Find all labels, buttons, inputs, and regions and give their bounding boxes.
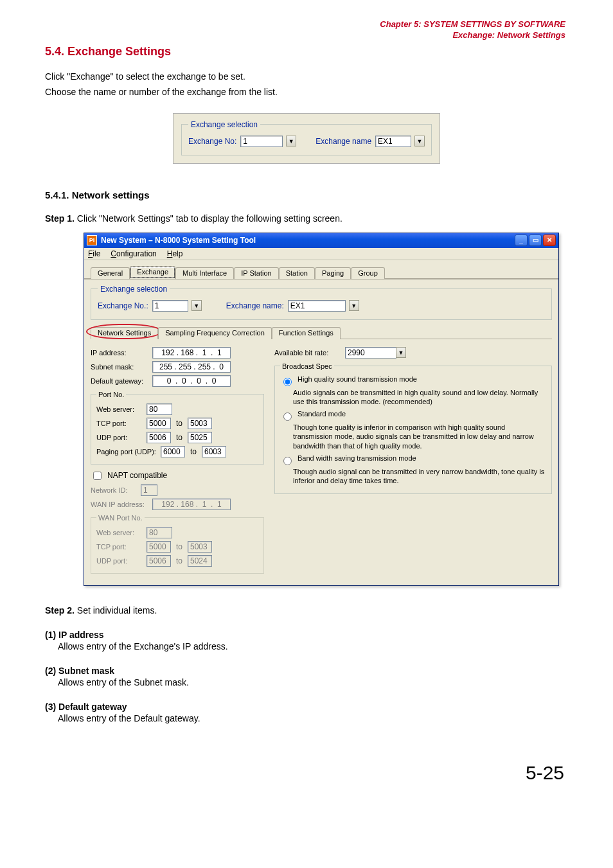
udp-port-from-input[interactable] [147,432,171,443]
app-exchange-selection-legend: Exchange selection [98,285,170,294]
menu-configuration[interactable]: Configuration [111,249,156,258]
network-id-label: Network ID: [91,486,141,494]
available-bitrate-select[interactable] [345,347,396,359]
app-exchange-no-dropdown-icon[interactable]: ▼ [191,300,202,311]
paging-to-label: to [190,447,197,456]
section-5-4-1-heading: 5.4.1. Network settings [45,190,568,200]
app-exchange-no-label: Exchange No.: [98,301,148,310]
subtab-sampling-frequency-correction[interactable]: Sampling Frequency Correction [158,327,272,339]
radio-standard-desc: Though tone quality is inferior in compa… [293,423,546,450]
napt-compatible-label: NAPT compatible [107,471,167,480]
wan-ip-label: WAN IP address: [91,500,152,508]
paging-port-label: Paging port (UDP): [96,448,161,456]
radio-high-quality[interactable] [283,378,292,386]
step-2-label: Step 2. [45,605,75,616]
app-icon: PI [87,235,97,245]
item-2-text: Allows entry of the Subnet mask. [58,677,568,687]
subnet-mask-label: Subnet mask: [91,363,152,371]
subnet-mask-input[interactable] [152,361,231,373]
step-1-label: Step 1. [45,213,75,224]
exchange-selection-figure: Exchange selection Exchange No: ▼ Exchan… [173,113,440,164]
tab-group[interactable]: Group [351,267,385,279]
available-bitrate-dropdown-icon[interactable]: ▼ [396,347,406,358]
wan-web-server-input [147,527,172,538]
minimize-button[interactable]: _ [515,235,528,246]
wan-ip-input [152,499,231,510]
tab-station[interactable]: Station [279,267,315,279]
menu-bar: File Configuration Help [84,248,558,260]
wan-port-no-legend: WAN Port No. [96,514,145,522]
wan-udp-from-input [147,555,171,567]
radio-high-quality-desc: Audio signals can be transmitted in high… [293,388,546,407]
menu-help[interactable]: Help [167,249,183,258]
section-5-4-heading: 5.4. Exchange Settings [45,45,568,58]
tab-general[interactable]: General [91,267,130,279]
radio-bandwidth-saving-desc: Though audio signal can be transmitted i… [293,467,546,486]
exchange-no-dropdown-icon[interactable]: ▼ [286,136,296,146]
item-2-number: (2) [45,666,56,676]
subtab-function-settings[interactable]: Function Settings [272,327,341,339]
tcp-to-label: to [176,419,182,428]
menu-file[interactable]: File [88,249,100,258]
udp-to-label: to [176,433,182,442]
exchange-name-label: Exchange name [315,137,371,146]
tab-multi-interface[interactable]: Multi Interface [175,267,234,279]
tab-paging[interactable]: Paging [315,267,351,279]
exchange-name-dropdown-icon[interactable]: ▼ [414,136,425,146]
window-title: New System – N-8000 System Setting Tool [101,236,256,245]
radio-standard[interactable] [283,412,292,421]
web-server-label: Web server: [96,405,147,413]
tcp-port-label: TCP port: [96,420,147,427]
chapter-subtitle: Exchange: Network Settings [45,30,568,40]
item-3-text: Allows entry of the Default gateway. [58,713,568,723]
wan-tcp-port-label: TCP port: [96,543,147,551]
radio-bandwidth-saving[interactable] [283,457,292,465]
wan-tcp-to-input [188,541,212,553]
wan-udp-to-input [188,555,212,567]
udp-port-label: UDP port: [96,434,147,441]
broadcast-spec-legend: Broadcast Spec [280,362,334,370]
radio-high-quality-label: High quality sound transmission mode [298,375,417,383]
tab-exchange[interactable]: Exchange [130,266,175,279]
udp-port-to-input[interactable] [188,432,212,443]
tcp-port-from-input[interactable] [147,418,171,429]
wan-udp-port-label: UDP port: [96,557,147,565]
available-bitrate-label: Available bit rate: [274,349,345,357]
item-3-number: (3) [45,702,56,712]
default-gateway-label: Default gateway: [91,377,152,385]
ip-address-input[interactable] [152,347,231,359]
paging-port-to-input[interactable] [202,446,226,457]
radio-bandwidth-saving-label: Band width saving transmission mode [298,454,416,462]
app-exchange-name-label: Exchange name: [226,301,284,310]
paging-port-from-input[interactable] [161,446,185,457]
intro-line-2: Choose the name or number of the exchang… [45,85,568,98]
item-1-title: IP address [58,630,104,640]
step-1-text: Click "Network Settings" tab to display … [77,213,342,224]
app-exchange-name-dropdown-icon[interactable]: ▼ [349,300,359,311]
maximize-button[interactable]: ▭ [529,235,542,246]
close-button[interactable]: ✕ [543,235,556,246]
item-1-number: (1) [45,630,56,640]
tab-ip-station[interactable]: IP Station [234,267,279,279]
page-number: 5-25 [45,762,568,784]
exchange-selection-legend: Exchange selection [188,120,260,129]
subtab-network-settings-label: Network Settings [98,329,151,337]
radio-standard-label: Standard mode [298,410,346,418]
wan-tcp-from-input [147,541,171,553]
item-3-title: Default gateway [58,702,127,712]
network-id-input [141,484,157,496]
exchange-name-select[interactable] [375,136,411,147]
intro-line-1: Click "Exchange" to select the exchange … [45,70,568,83]
default-gateway-input[interactable] [152,375,231,387]
tcp-port-to-input[interactable] [188,418,212,429]
napt-compatible-checkbox[interactable] [93,472,102,480]
step-2-text: Set individual items. [77,605,157,616]
web-server-input[interactable] [147,403,172,415]
exchange-no-label: Exchange No: [188,137,236,146]
app-exchange-no-select[interactable] [152,300,188,312]
chapter-title: Chapter 5: SYSTEM SETTINGS BY SOFTWARE [45,19,568,29]
wan-web-server-label: Web server: [96,529,147,536]
exchange-no-select[interactable] [240,136,283,147]
app-exchange-name-select[interactable] [288,300,346,312]
subtab-network-settings[interactable]: Network Settings [91,327,158,339]
